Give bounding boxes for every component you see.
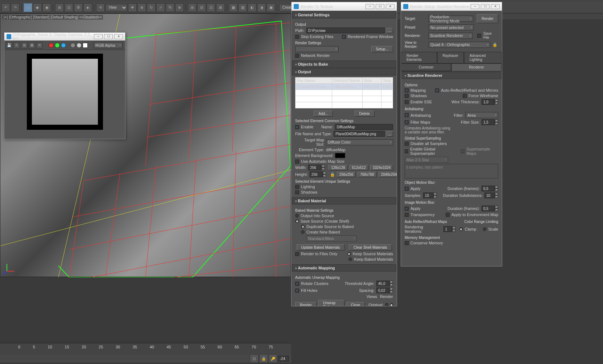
duration-input[interactable] <box>482 186 495 191</box>
tool-icon[interactable]: ◑ <box>257 3 266 12</box>
tool-icon[interactable]: ⊠ <box>216 3 225 12</box>
lighting-checkbox[interactable] <box>295 185 299 189</box>
swatch-icon[interactable] <box>83 43 88 48</box>
tool-icon[interactable]: ◉ <box>42 3 51 12</box>
filename-input[interactable] <box>334 131 384 137</box>
enable-gss-checkbox[interactable] <box>405 149 408 153</box>
tool-icon[interactable]: ⊟ <box>197 3 206 12</box>
tool-icon[interactable]: ◈ <box>83 3 92 12</box>
clamp-radio[interactable] <box>459 227 463 231</box>
size-128-button[interactable]: 128x128 <box>329 165 347 170</box>
size-1024-button[interactable]: 1024x1024 <box>370 165 393 170</box>
clear-shell-button[interactable]: Clear Shell Materials <box>349 244 392 251</box>
network-checkbox[interactable] <box>295 54 299 58</box>
height-input[interactable] <box>310 171 323 177</box>
threshold-input[interactable] <box>376 281 389 286</box>
tab-raytracer[interactable]: Raytracer <box>437 52 464 63</box>
size-512-button[interactable]: 512x512 <box>350 165 368 170</box>
channel-alpha-icon[interactable] <box>70 43 75 48</box>
spacing-input[interactable] <box>376 288 389 293</box>
tool-icon[interactable]: ⊕ <box>137 3 146 12</box>
channel-mono-icon[interactable] <box>77 43 82 48</box>
table-row[interactable]: Plane004Diffuse...DiffuseMap256x256Diffu <box>296 84 393 90</box>
apply-env-checkbox[interactable] <box>446 213 450 217</box>
rs-title[interactable]: Render Setup: Scanline Renderer ─☐✕ <box>401 2 502 11</box>
tab-render-elements[interactable]: Render Elements <box>401 52 437 63</box>
tool-icon[interactable]: ⊡ <box>65 3 73 12</box>
tool-icon[interactable]: ⊗ <box>175 3 184 12</box>
tool-icon[interactable]: ⤢ <box>156 3 165 12</box>
original-view-radio[interactable] <box>385 303 388 306</box>
tool-icon[interactable]: ⊡ <box>207 3 215 12</box>
tool-icon[interactable]: ◐ <box>248 3 256 12</box>
tool-icon[interactable]: % <box>166 3 174 12</box>
spinner-input[interactable] <box>278 356 289 361</box>
rend-iter-input[interactable] <box>443 226 452 232</box>
channel-green-icon[interactable] <box>55 43 60 48</box>
close-icon[interactable]: ✕ <box>114 34 123 39</box>
render-settings-drop[interactable] <box>295 46 339 52</box>
save-file-checkbox[interactable] <box>477 34 481 38</box>
size-2048-button[interactable]: 2048x2048 <box>379 172 397 177</box>
imb-apply-checkbox[interactable]: ✓ <box>405 207 409 211</box>
mapping-checkbox[interactable]: ✓ <box>405 88 409 92</box>
path-input[interactable] <box>306 28 385 33</box>
print-icon[interactable]: 🖶 <box>29 42 35 49</box>
tool-icon[interactable]: ◆ <box>33 3 42 12</box>
scale-radio[interactable] <box>483 227 487 231</box>
clear-icon[interactable]: ✕ <box>36 42 43 49</box>
bg-swatch[interactable] <box>335 153 345 158</box>
tool-icon[interactable]: ↻ <box>147 3 156 12</box>
filter-size-input[interactable] <box>482 119 495 125</box>
size-256-button[interactable]: 256x256 <box>337 172 356 177</box>
imb-duration-input[interactable] <box>482 206 495 211</box>
view-drop[interactable]: Quad 4 - Orthographic <box>429 42 490 48</box>
close-icon[interactable]: ✕ <box>386 4 395 9</box>
rollout-scanline[interactable]: Scanline Renderer <box>401 72 501 79</box>
conserve-checkbox[interactable] <box>405 241 409 245</box>
tab-adv-lighting[interactable]: Advanced Lighting <box>464 52 501 63</box>
rollout-baked[interactable]: Baked Material <box>292 197 396 204</box>
tool-icon[interactable]: ✥ <box>128 3 137 12</box>
channel-blue-icon[interactable] <box>61 43 66 48</box>
setup-button[interactable]: Setup... <box>371 46 393 52</box>
filter-drop[interactable]: Area <box>466 112 498 118</box>
tool-icon[interactable]: ▧ <box>238 3 247 12</box>
keep-source-radio[interactable] <box>347 252 351 256</box>
close-button[interactable]: Close <box>346 302 365 306</box>
frame-window-title[interactable]: Orthographic, frame 0, Display Gamma: 2,… <box>4 33 125 41</box>
rollout-automap[interactable]: Automatic Mapping <box>292 264 396 272</box>
rtt-title[interactable]: Render To Texture ─☐✕ <box>292 2 397 11</box>
enable-checkbox[interactable]: ✓ <box>295 125 299 129</box>
tool-undo-icon[interactable]: ↶ <box>1 3 10 12</box>
tool-icon[interactable]: ⊞ <box>55 3 64 12</box>
maximize-icon[interactable]: ☐ <box>376 4 384 9</box>
view-select[interactable]: View <box>106 4 127 11</box>
maximize-icon[interactable]: ☐ <box>104 34 113 39</box>
tab-common[interactable]: Common <box>401 63 451 71</box>
sse-checkbox[interactable] <box>405 100 409 104</box>
dup-baked-radio[interactable] <box>301 225 305 228</box>
snap-icon[interactable]: ⊡ <box>250 354 259 363</box>
tool-icon[interactable]: ⦿ <box>74 3 83 12</box>
copy-icon[interactable]: ⎘ <box>13 42 20 49</box>
close-icon[interactable]: ✕ <box>491 4 500 9</box>
keep-baked-radio[interactable] <box>348 257 352 261</box>
browse-button[interactable]: ... <box>387 131 393 137</box>
timeline[interactable]: 051015202530354045505560657075 <box>0 343 291 355</box>
minimize-icon[interactable]: ─ <box>471 4 479 9</box>
wire-input[interactable] <box>482 99 495 105</box>
tool-icon[interactable]: ⟲ <box>96 3 105 12</box>
dur-sub-input[interactable] <box>484 193 495 198</box>
omb-apply-checkbox[interactable]: ✓ <box>405 187 409 191</box>
tool-icon[interactable]: ⊞ <box>188 3 197 12</box>
minimize-icon[interactable]: ─ <box>365 4 374 9</box>
render-button[interactable]: Render <box>477 14 498 23</box>
transp-checkbox[interactable] <box>405 213 409 217</box>
output-source-radio[interactable] <box>295 214 299 218</box>
rotate-checkbox[interactable]: ✓ <box>295 282 299 286</box>
tool-redo-icon[interactable]: ↷ <box>11 3 20 12</box>
lock-icon[interactable]: 🔒 <box>259 354 268 363</box>
target-map-drop[interactable]: Diffuse Color <box>326 139 393 145</box>
browse-button[interactable]: ... <box>387 28 393 33</box>
